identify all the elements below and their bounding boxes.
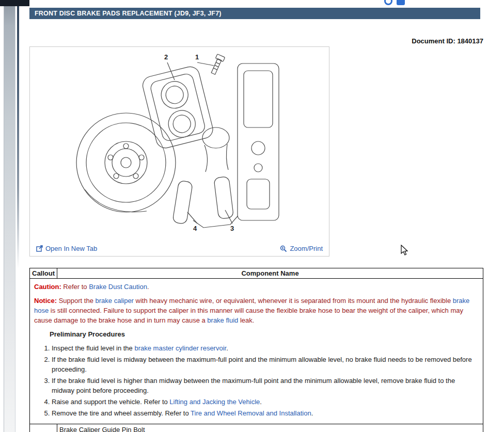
caution-body: Refer to Brake Dust Caution. — [61, 283, 149, 291]
table-body-row: Caution: Refer to Brake Dust Caution. No… — [30, 279, 483, 424]
window-corner-block — [0, 0, 29, 6]
document-id: Document ID: 1840137 — [412, 37, 483, 45]
notice-label: Notice: — [34, 297, 57, 305]
window-edge — [4, 0, 15, 432]
bookmark-icon[interactable] — [397, 0, 405, 5]
page-title-bar: FRONT DISC BRAKE PADS REPLACEMENT (JD9, … — [29, 8, 480, 19]
open-in-new-icon — [36, 245, 43, 252]
inline-link[interactable]: brake fluid — [207, 316, 238, 324]
step-item: If the brake fluid level is higher than … — [52, 376, 479, 395]
step-item: Inspect the fluid level in the brake mas… — [52, 343, 479, 353]
step-item: Remove the tire and wheel assembly. Refe… — [52, 408, 479, 418]
col-header-callout: Callout — [30, 268, 57, 279]
open-in-new-tab-link[interactable]: Open In New Tab — [36, 245, 97, 252]
caution-label: Caution: — [34, 283, 61, 291]
zoom-icon — [280, 245, 287, 252]
component-name-cell: Brake Caliper Guide Pin Bolt — [57, 424, 483, 432]
preliminary-steps-list: Inspect the fluid level in the brake mas… — [37, 343, 479, 418]
callout-4: 4 — [193, 225, 197, 232]
inline-link[interactable]: Lifting and Jacking the Vehicle — [169, 398, 260, 406]
step-item: Raise and support the vehicle. Refer to … — [52, 397, 479, 407]
col-header-component-name: Component Name — [57, 268, 483, 279]
table-header-row: Callout Component Name — [30, 268, 483, 279]
step-item: If the brake fluid level is midway betwe… — [52, 355, 479, 374]
info-icon[interactable] — [384, 0, 392, 5]
inline-link[interactable]: Brake Dust Caution — [89, 283, 147, 291]
preliminary-procedures-title: Preliminary Procedures — [50, 329, 479, 339]
callout-1: 1 — [195, 53, 199, 61]
notice-text: Notice: Support the brake caliper with h… — [34, 296, 479, 325]
figure-panel: 2 1 4 3 Open In New Tab — [29, 46, 329, 257]
caution-text: Caution: Refer to Brake Dust Caution. — [34, 282, 479, 292]
callout-3: 3 — [230, 225, 234, 232]
open-in-new-tab-label: Open In New Tab — [45, 245, 97, 252]
procedures-cell: Caution: Refer to Brake Dust Caution. No… — [30, 279, 483, 424]
inline-link[interactable]: Tire and Wheel Removal and Installation — [191, 409, 311, 417]
zoom-print-label: Zoom/Print — [290, 245, 323, 252]
mouse-cursor — [401, 245, 409, 258]
page-title: FRONT DISC BRAKE PADS REPLACEMENT (JD9, … — [35, 10, 222, 17]
notice-body: Support the brake caliper with heavy mec… — [34, 297, 469, 324]
window-edge-line — [17, 0, 19, 268]
inline-link[interactable]: brake caliper — [96, 297, 134, 305]
callout-2: 2 — [164, 53, 168, 61]
inline-link[interactable]: brake master cylinder reservoir — [134, 344, 226, 352]
callout-cell — [30, 424, 57, 432]
toolbar-icons — [384, 0, 405, 5]
component-table: Callout Component Name Caution: Refer to… — [29, 268, 483, 432]
brake-assembly-illustration: 2 1 4 3 — [60, 50, 301, 238]
document-viewer: FRONT DISC BRAKE PADS REPLACEMENT (JD9, … — [0, 0, 504, 432]
zoom-print-link[interactable]: Zoom/Print — [280, 245, 323, 252]
table-row: Brake Caliper Guide Pin Bolt — [30, 424, 483, 432]
